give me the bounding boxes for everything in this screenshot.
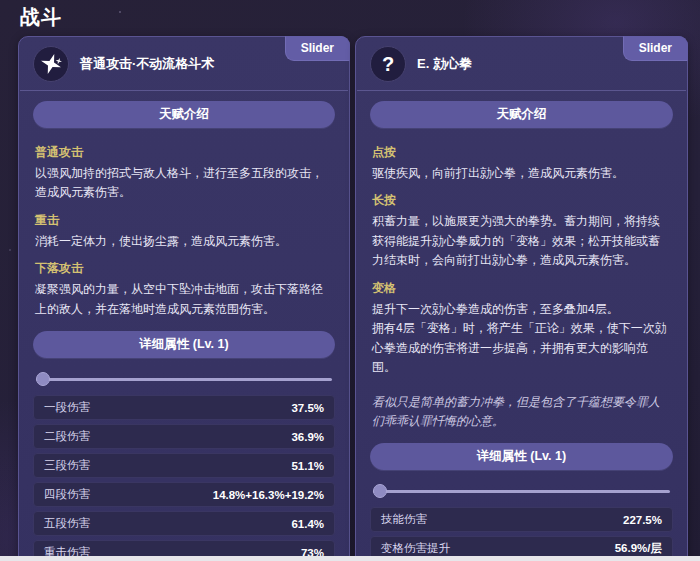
stat-value: 61.4% bbox=[291, 518, 324, 530]
normal-attack-header: 普通攻击·不动流格斗术 bbox=[19, 37, 349, 90]
stat-label: 二段伤害 bbox=[44, 429, 90, 444]
elemental-skill-header: ? E. 勍心拳 bbox=[356, 37, 687, 90]
stat-label: 技能伤害 bbox=[381, 512, 427, 527]
stat-label: 一段伤害 bbox=[44, 400, 90, 415]
normal-attack-panel: Slider 普通攻击·不动流格斗术 天赋介绍 普通攻击 以强风加持的招式与敌人… bbox=[18, 36, 350, 561]
talent-description: 普通攻击 以强风加持的招式与敌人格斗，进行至多五段的攻击，造成风元素伤害。 重击… bbox=[19, 133, 349, 321]
combat-talents-screen: 战斗 Slider 普通攻击·不动流格斗术 天赋介绍 普通攻击 以强风加持的招式… bbox=[0, 0, 700, 561]
stat-label: 三段伤害 bbox=[44, 458, 90, 473]
talent-intro-button[interactable]: 天赋介绍 bbox=[33, 101, 335, 129]
table-row: 三段伤害 51.1% bbox=[33, 453, 335, 478]
talent-level-slider[interactable] bbox=[373, 484, 670, 498]
section-heading: 长按 bbox=[372, 192, 671, 209]
slider-thumb[interactable] bbox=[36, 372, 50, 386]
stat-label: 五段伤害 bbox=[44, 516, 90, 531]
stat-value: 37.5% bbox=[291, 402, 324, 414]
section-heading: 下落攻击 bbox=[35, 260, 333, 277]
stat-label: 四段伤害 bbox=[44, 487, 90, 502]
table-row: 技能伤害 227.5% bbox=[370, 507, 673, 532]
question-mark-icon: ? bbox=[370, 46, 406, 82]
table-row: 四段伤害 14.8%+16.3%+19.2% bbox=[33, 482, 335, 507]
bottom-edge-strip bbox=[0, 556, 700, 561]
talent-level-slider[interactable] bbox=[36, 372, 332, 386]
stats-table: 技能伤害 227.5% 变格伤害提升 56.9%/层 正论伤害提升 113.8%… bbox=[356, 507, 687, 561]
stat-value: 36.9% bbox=[291, 431, 324, 443]
detailed-attributes-button[interactable]: 详细属性 (Lv. 1) bbox=[370, 443, 673, 471]
section-heading: 点按 bbox=[372, 144, 671, 161]
section-body: 凝聚强风的力量，从空中下坠冲击地面，攻击下落路径上的敌人，并在落地时造成风元素范… bbox=[35, 280, 333, 319]
stat-value: 227.5% bbox=[623, 514, 662, 526]
section-body: 提升下一次勍心拳造成的伤害，至多叠加4层。 拥有4层「变格」时，将产生「正论」效… bbox=[372, 300, 671, 378]
slider-track[interactable] bbox=[373, 490, 670, 493]
section-heading: 变格 bbox=[372, 280, 671, 297]
section-body: 以强风加持的招式与敌人格斗，进行至多五段的攻击，造成风元素伤害。 bbox=[35, 164, 333, 203]
page-title: 战斗 bbox=[20, 4, 62, 31]
section-body: 积蓄力量，以施展更为强大的拳势。蓄力期间，将持续获得能提升勍心拳威力的「变格」效… bbox=[372, 212, 671, 270]
table-row: 二段伤害 36.9% bbox=[33, 424, 335, 449]
stats-table: 一段伤害 37.5% 二段伤害 36.9% 三段伤害 51.1% 四段伤害 14… bbox=[19, 395, 349, 561]
detailed-attributes-button[interactable]: 详细属性 (Lv. 1) bbox=[33, 331, 335, 359]
flavor-text: 看似只是简单的蓄力冲拳，但是包含了千蕴想要令罪人们乖乖认罪忏悔的心意。 bbox=[372, 393, 671, 432]
elemental-skill-panel: Slider ? E. 勍心拳 天赋介绍 点按 驱使疾风，向前打出勍心拳，造成风… bbox=[355, 36, 688, 561]
talent-name: 普通攻击·不动流格斗术 bbox=[80, 55, 214, 73]
section-heading: 重击 bbox=[35, 212, 333, 229]
stat-value: 56.9%/层 bbox=[615, 541, 662, 556]
talent-intro-button[interactable]: 天赋介绍 bbox=[370, 101, 673, 129]
section-body: 消耗一定体力，使出扬尘露，造成风元素伤害。 bbox=[35, 232, 333, 251]
divider bbox=[20, 90, 348, 91]
normal-attack-star-icon bbox=[33, 46, 69, 82]
section-heading: 普通攻击 bbox=[35, 144, 333, 161]
slider-thumb[interactable] bbox=[373, 484, 387, 498]
divider bbox=[357, 90, 686, 91]
table-row: 五段伤害 61.4% bbox=[33, 511, 335, 536]
section-body: 驱使疾风，向前打出勍心拳，造成风元素伤害。 bbox=[372, 164, 671, 183]
table-row: 一段伤害 37.5% bbox=[33, 395, 335, 420]
stat-value: 14.8%+16.3%+19.2% bbox=[213, 489, 324, 501]
talent-description: 点按 驱使疾风，向前打出勍心拳，造成风元素伤害。 长按 积蓄力量，以施展更为强大… bbox=[356, 133, 687, 433]
stat-label: 变格伤害提升 bbox=[381, 541, 450, 556]
talent-name: E. 勍心拳 bbox=[417, 55, 472, 73]
slider-track[interactable] bbox=[36, 378, 332, 381]
stat-value: 51.1% bbox=[291, 460, 324, 472]
